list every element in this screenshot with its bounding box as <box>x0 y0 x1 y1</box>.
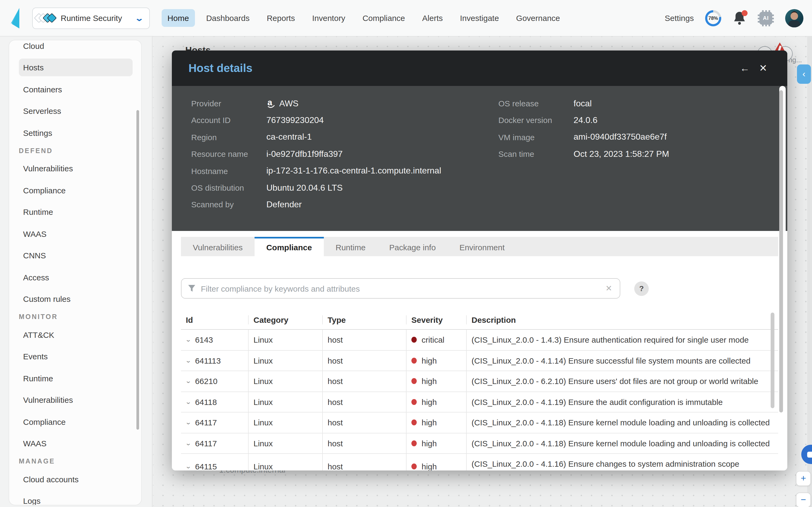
tab[interactable]: Environment <box>448 237 516 256</box>
cell-description: (CIS_Linux_2.0.0 - 4.1.18) Ensure kernel… <box>467 433 778 453</box>
minus-icon: − <box>801 495 806 505</box>
row-expand-icon[interactable]: ⌄ <box>185 440 191 447</box>
cell-severity: high <box>421 439 437 448</box>
sidebar-item[interactable]: Hosts <box>9 57 141 78</box>
help-button[interactable]: ? <box>634 281 649 296</box>
tab[interactable]: Runtime <box>324 237 378 256</box>
table-row[interactable]: ⌄64115 Linux host high (CIS_Linux_2.0.0 … <box>181 454 778 470</box>
table-row[interactable]: ⌄64117 Linux host high (CIS_Linux_2.0.0 … <box>181 433 778 454</box>
question-icon: ? <box>639 284 644 293</box>
modal-header: Host details ← ✕ <box>172 51 787 86</box>
sidebar-scrollbar[interactable] <box>136 110 139 430</box>
page-scroll-strip[interactable] <box>807 37 812 507</box>
sidebar-item[interactable]: Runtime <box>9 201 141 223</box>
progress-ring[interactable]: 78% <box>705 10 721 26</box>
sidebar-item[interactable]: Cloud accounts <box>9 468 141 490</box>
sidebar-item[interactable]: Runtime <box>9 368 141 389</box>
table-scrollbar[interactable] <box>771 313 774 408</box>
notifications-bell-icon[interactable] <box>733 10 747 25</box>
nav-item[interactable]: Investigate <box>454 9 505 27</box>
column-header-severity[interactable]: Severity <box>407 315 467 324</box>
sidebar-item[interactable]: Settings <box>9 122 141 144</box>
info-row: ProvideraAWS <box>191 95 267 112</box>
modal-scrollbar-thumb[interactable] <box>779 90 783 412</box>
cell-description: (CIS_Linux_2.0.0 - 1.4.3) Ensure authent… <box>467 330 778 350</box>
user-avatar[interactable] <box>785 9 803 27</box>
cell-category: Linux <box>249 371 323 391</box>
tab[interactable]: Package info <box>377 237 447 256</box>
nav-item[interactable]: Inventory <box>306 9 351 27</box>
table-row[interactable]: ⌄66210 Linux host high (CIS_Linux_2.0.0 … <box>181 371 778 392</box>
zoom-out-button[interactable]: − <box>796 493 811 507</box>
sidebar-item[interactable]: Compliance <box>9 411 141 433</box>
row-expand-icon[interactable]: ⌄ <box>185 398 191 405</box>
back-button[interactable]: ← <box>736 59 754 77</box>
close-button[interactable]: ✕ <box>754 59 772 77</box>
row-expand-icon[interactable]: ⌄ <box>185 463 191 470</box>
sidebar-item[interactable]: Compliance <box>9 179 141 201</box>
clear-filter-icon[interactable]: ✕ <box>604 284 613 293</box>
sidebar-item[interactable]: Cloud <box>9 40 141 57</box>
modal-scrollbar-track[interactable] <box>779 86 786 468</box>
severity-dot <box>411 378 417 384</box>
column-header-type[interactable]: Type <box>323 315 407 324</box>
compliance-filter-input[interactable]: Filter compliance by keywords and attrib… <box>181 278 620 299</box>
column-header-id[interactable]: Id <box>181 315 249 324</box>
cell-description: (CIS_Linux_2.0.0 - 6.2.10) Ensure users'… <box>467 371 778 391</box>
sidebar-item[interactable]: Serverless <box>9 100 141 122</box>
table-row[interactable]: ⌄641113 Linux host high (CIS_Linux_2.0.0… <box>181 350 778 371</box>
nav-item[interactable]: Governance <box>510 9 566 27</box>
sidebar-item[interactable]: ATT&CK <box>9 324 141 346</box>
product-switcher[interactable]: Runtime Security ⌄ <box>32 7 150 29</box>
severity-dot <box>411 463 417 469</box>
sidebar-item[interactable]: CNNS <box>9 245 141 266</box>
sidebar-item[interactable]: Logs <box>9 490 141 505</box>
sidebar-item[interactable]: Vulnerabilities <box>9 158 141 179</box>
sidebar-item[interactable]: WAAS <box>9 223 141 245</box>
table-row[interactable]: ⌄64118 Linux host high (CIS_Linux_2.0.0 … <box>181 392 778 412</box>
expand-panel-button[interactable]: ‹ <box>797 64 811 84</box>
info-label: OS distribution <box>191 183 267 192</box>
sidebar-item[interactable]: Containers <box>9 78 141 100</box>
info-label: VM image <box>499 133 574 142</box>
sidebar-item[interactable]: MANAGE <box>9 454 141 468</box>
info-label: Resource name <box>191 149 267 158</box>
info-row: Hostnameip-172-31-1-176.ca-central-1.com… <box>191 163 267 179</box>
row-expand-icon[interactable]: ⌄ <box>185 419 191 426</box>
column-header-category[interactable]: Category <box>249 315 323 324</box>
row-expand-icon[interactable]: ⌄ <box>185 336 191 343</box>
nav-item[interactable]: Compliance <box>357 9 411 27</box>
info-value: i-0e927dfb1f9ffa397 <box>267 149 343 159</box>
table-row[interactable]: ⌄64117 Linux host high (CIS_Linux_2.0.0 … <box>181 412 778 433</box>
column-header-description[interactable]: Description <box>467 315 778 324</box>
chevron-left-icon: ‹ <box>802 69 805 79</box>
sidebar-item[interactable]: Access <box>9 266 141 288</box>
cell-severity: high <box>421 356 437 365</box>
row-expand-icon[interactable]: ⌄ <box>185 378 191 385</box>
close-icon: ✕ <box>759 62 767 74</box>
settings-link[interactable]: Settings <box>665 13 694 22</box>
nav-item[interactable]: Dashboards <box>200 9 255 27</box>
app-window: Runtime Security ⌄ Home Dashboards Repor… <box>0 0 812 507</box>
cell-category: Linux <box>249 454 323 470</box>
ai-assistant-icon[interactable]: AI <box>758 10 774 26</box>
sidebar-item[interactable]: Vulnerabilities <box>9 389 141 411</box>
sidebar-item[interactable]: Custom rules <box>9 288 141 310</box>
sidebar-item[interactable]: Events <box>9 346 141 368</box>
info-value: ca-central-1 <box>267 132 312 142</box>
nav-item[interactable]: Alerts <box>416 9 449 27</box>
zoom-in-button[interactable]: + <box>796 471 811 486</box>
tab[interactable]: Vulnerabilities <box>181 237 254 256</box>
cell-id: 64115 <box>195 462 217 470</box>
nav-item[interactable]: Reports <box>261 9 301 27</box>
sidebar-item[interactable]: WAAS <box>9 433 141 454</box>
progress-percent-label: 78% <box>708 15 718 21</box>
sidebar-item[interactable]: DEFEND <box>9 144 141 158</box>
cell-severity: critical <box>421 335 445 344</box>
table-row[interactable]: ⌄6143 Linux host critical (CIS_Linux_2.0… <box>181 330 778 350</box>
sidebar-item[interactable]: MONITOR <box>9 310 141 324</box>
nav-item[interactable]: Home <box>162 9 195 27</box>
row-expand-icon[interactable]: ⌄ <box>185 357 191 364</box>
tab[interactable]: Compliance <box>254 237 324 256</box>
cell-category: Linux <box>249 433 323 453</box>
